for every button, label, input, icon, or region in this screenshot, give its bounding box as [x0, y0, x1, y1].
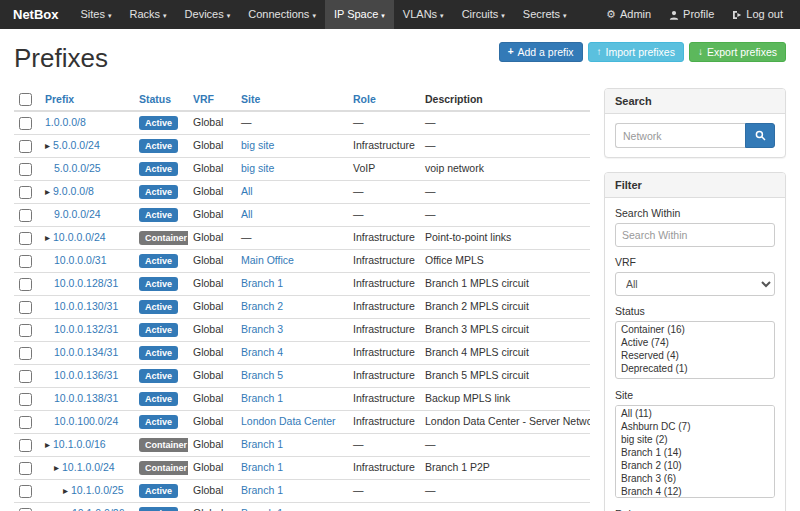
prefix-link[interactable]: 10.0.100.0/24	[54, 415, 118, 427]
site-option[interactable]: big site (2)	[617, 433, 773, 446]
site-option[interactable]: Ashburn DC (7)	[617, 420, 773, 433]
vrf-select[interactable]: All	[615, 272, 775, 296]
import-prefixes-button[interactable]: ↑Import prefixes	[588, 42, 684, 62]
site-link[interactable]: Branch 1	[241, 392, 283, 404]
column-sort-link[interactable]: Role	[353, 93, 376, 105]
row-checkbox[interactable]	[19, 232, 32, 245]
prefix-link[interactable]: 10.0.0.134/31	[54, 346, 118, 358]
prefix-link[interactable]: 10.0.0.136/31	[54, 369, 118, 381]
prefix-link[interactable]: 5.0.0.0/25	[54, 162, 101, 174]
prefix-link[interactable]: 10.1.0.0/24	[62, 461, 115, 473]
nav-item-vlans[interactable]: VLANs▾	[394, 0, 453, 29]
site-link[interactable]: All	[241, 185, 253, 197]
expand-caret-icon[interactable]: ▸	[63, 485, 68, 496]
column-sort-link[interactable]: Prefix	[45, 93, 74, 105]
site-link[interactable]: Branch 4	[241, 346, 283, 358]
sidebar: Search Filter Search WithinVRFAllStatusC…	[604, 88, 786, 511]
export-prefixes-button[interactable]: ↓Export prefixes	[689, 42, 786, 62]
status-option[interactable]: Container (16)	[617, 323, 773, 336]
site-option[interactable]: Branch 2 (10)	[617, 459, 773, 472]
expand-caret-icon[interactable]: ▸	[45, 140, 50, 151]
nav-item-sites[interactable]: Sites▾	[72, 0, 121, 29]
site-link[interactable]: big site	[241, 139, 274, 151]
site-link[interactable]: All	[241, 208, 253, 220]
expand-caret-icon[interactable]: ▸	[45, 439, 50, 450]
expand-caret-icon[interactable]: ▸	[45, 186, 50, 197]
prefix-link[interactable]: 10.1.0.0/25	[71, 484, 124, 496]
row-checkbox[interactable]	[19, 393, 32, 406]
column-sort-link[interactable]: Site	[241, 93, 260, 105]
site-link[interactable]: big site	[241, 162, 274, 174]
site-option[interactable]: All (11)	[617, 407, 773, 420]
role-cell: —	[348, 502, 420, 511]
column-sort-link[interactable]: Status	[139, 93, 171, 105]
row-checkbox[interactable]	[19, 439, 32, 452]
app-brand[interactable]: NetBox	[0, 0, 72, 29]
nav-item-secrets[interactable]: Secrets▾	[514, 0, 576, 29]
role-cell: Infrastructure	[348, 295, 420, 318]
expand-caret-icon[interactable]: ▸	[45, 232, 50, 243]
search-within-input[interactable]	[615, 223, 775, 247]
row-checkbox[interactable]	[19, 370, 32, 383]
row-checkbox[interactable]	[19, 485, 32, 498]
nav-item-devices[interactable]: Devices▾	[176, 0, 240, 29]
prefix-link[interactable]: 10.0.0.138/31	[54, 392, 118, 404]
prefix-link[interactable]: 5.0.0.0/24	[53, 139, 100, 151]
nav-item-connections[interactable]: Connections▾	[239, 0, 325, 29]
row-checkbox[interactable]	[19, 186, 32, 199]
site-option[interactable]: Branch 4 (12)	[617, 485, 773, 498]
site-option[interactable]: Branch 1 (14)	[617, 446, 773, 459]
prefix-link[interactable]: 10.0.0.130/31	[54, 300, 118, 312]
site-listbox[interactable]: All (11)Ashburn DC (7)big site (2)Branch…	[615, 405, 775, 498]
status-listbox[interactable]: Container (16)Active (74)Reserved (4)Dep…	[615, 321, 775, 379]
row-checkbox[interactable]	[19, 140, 32, 153]
row-checkbox[interactable]	[19, 416, 32, 429]
site-link[interactable]: Branch 1	[241, 277, 283, 289]
site-link[interactable]: Branch 1	[241, 461, 283, 473]
site-option[interactable]: Branch 3 (6)	[617, 472, 773, 485]
prefix-link[interactable]: 10.0.0.132/31	[54, 323, 118, 335]
expand-caret-icon[interactable]: ▸	[54, 462, 59, 473]
search-input[interactable]	[615, 123, 745, 148]
site-link[interactable]: Branch 1	[241, 484, 283, 496]
prefix-link[interactable]: 9.0.0.0/24	[54, 208, 101, 220]
prefix-link[interactable]: 10.1.0.0/16	[53, 438, 106, 450]
row-checkbox[interactable]	[19, 462, 32, 475]
prefix-cell: ▸10.1.0.0/16	[40, 433, 134, 456]
row-checkbox[interactable]	[19, 278, 32, 291]
prefix-link[interactable]: 10.0.0.0/31	[54, 254, 107, 266]
status-option[interactable]: Active (74)	[617, 336, 773, 349]
nav-item-ip-space[interactable]: IP Space▾	[325, 0, 394, 29]
row-checkbox[interactable]	[19, 301, 32, 314]
row-checkbox[interactable]	[19, 347, 32, 360]
profile-link[interactable]: Profile	[660, 0, 723, 29]
search-button[interactable]	[745, 123, 775, 148]
nav-item-racks[interactable]: Racks▾	[121, 0, 176, 29]
row-checkbox[interactable]	[19, 324, 32, 337]
admin-link[interactable]: ⚙ Admin	[597, 0, 660, 29]
row-checkbox[interactable]	[19, 508, 32, 511]
status-option[interactable]: Deprecated (1)	[617, 362, 773, 375]
prefix-link[interactable]: 10.1.0.0/26	[72, 507, 125, 511]
status-option[interactable]: Reserved (4)	[617, 349, 773, 362]
prefix-link[interactable]: 9.0.0.0/8	[53, 185, 94, 197]
add-a-prefix-button[interactable]: +Add a prefix	[499, 42, 583, 62]
site-link[interactable]: Branch 1	[241, 438, 283, 450]
logout-link[interactable]: Log out	[723, 0, 792, 29]
site-link[interactable]: Branch 3	[241, 323, 283, 335]
prefix-link[interactable]: 10.0.0.128/31	[54, 277, 118, 289]
row-checkbox[interactable]	[19, 163, 32, 176]
row-checkbox[interactable]	[19, 117, 32, 130]
row-checkbox[interactable]	[19, 209, 32, 222]
nav-item-circuits[interactable]: Circuits▾	[453, 0, 514, 29]
row-checkbox[interactable]	[19, 255, 32, 268]
site-link[interactable]: Main Office	[241, 254, 294, 266]
site-link[interactable]: London Data Center	[241, 415, 336, 427]
site-link[interactable]: Branch 2	[241, 300, 283, 312]
site-link[interactable]: Branch 1	[241, 507, 283, 511]
column-sort-link[interactable]: VRF	[193, 93, 214, 105]
prefix-link[interactable]: 1.0.0.0/8	[45, 116, 86, 128]
prefix-link[interactable]: 10.0.0.0/24	[53, 231, 106, 243]
select-all-checkbox[interactable]	[19, 93, 32, 106]
site-link[interactable]: Branch 5	[241, 369, 283, 381]
